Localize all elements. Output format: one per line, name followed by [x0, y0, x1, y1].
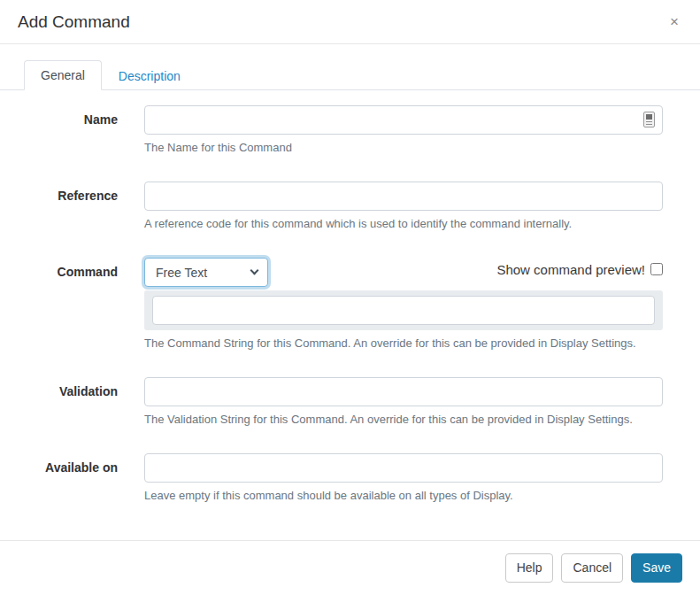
validation-input[interactable]	[144, 377, 663, 406]
add-command-modal: Add Command × General Description Name T…	[0, 0, 700, 569]
available-on-field-group: Available on Leave empty if this command…	[24, 453, 663, 503]
help-button[interactable]: Help	[505, 553, 554, 583]
command-preview-toggle: Show command preview!	[496, 258, 663, 278]
modal-title: Add Command	[18, 12, 130, 33]
command-string-input[interactable]	[152, 296, 655, 325]
validation-label: Validation	[24, 377, 144, 427]
command-type-select[interactable]: Free Text	[144, 258, 268, 287]
command-help: The Command String for this Command. An …	[144, 336, 663, 351]
available-on-input[interactable]	[144, 453, 663, 483]
autofill-icon	[643, 112, 655, 128]
tab-bar: General Description	[0, 44, 700, 90]
modal-header: Add Command ×	[0, 0, 700, 44]
command-input-wrap	[144, 290, 663, 330]
name-input[interactable]	[144, 105, 663, 135]
tab-general[interactable]: General	[24, 60, 102, 90]
close-icon[interactable]: ×	[666, 12, 682, 31]
reference-label: Reference	[24, 182, 144, 231]
cancel-button[interactable]: Cancel	[561, 553, 623, 583]
reference-help: A reference code for this command which …	[144, 217, 663, 231]
name-field-group: Name The Name for this Command	[24, 105, 663, 155]
modal-body: Name The Name for this Command Reference…	[0, 90, 700, 569]
name-help: The Name for this Command	[144, 141, 663, 155]
command-field-group: Command Free Text Show command preview!	[24, 258, 663, 351]
command-label: Command	[24, 258, 144, 351]
validation-help: The Validation String for this Command. …	[144, 413, 663, 427]
show-command-preview-checkbox[interactable]	[650, 263, 663, 275]
command-preview-label: Show command preview!	[496, 262, 645, 278]
available-on-help: Leave empty if this command should be av…	[144, 489, 663, 503]
validation-field-group: Validation The Validation String for thi…	[24, 377, 663, 427]
save-button[interactable]: Save	[631, 553, 682, 583]
modal-footer: Help Cancel Save	[0, 540, 700, 595]
reference-field-group: Reference A reference code for this comm…	[24, 182, 663, 231]
available-on-label: Available on	[24, 453, 144, 503]
name-label: Name	[24, 105, 144, 155]
tab-description[interactable]: Description	[102, 61, 197, 90]
reference-input[interactable]	[144, 182, 663, 211]
